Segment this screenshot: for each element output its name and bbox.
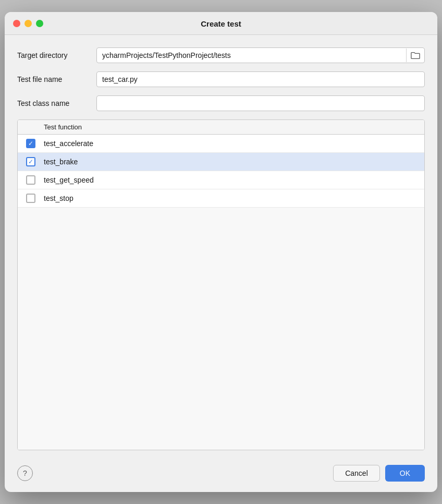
row-label-test-brake: test_brake	[44, 153, 78, 170]
target-directory-label: Target directory	[17, 51, 90, 59]
dialog-footer: ? Cancel OK	[5, 459, 437, 492]
test-file-name-label: Test file name	[17, 75, 90, 83]
test-class-name-label: Test class name	[17, 99, 90, 107]
table-row[interactable]: test_stop	[18, 189, 424, 208]
row-label-test-get-speed: test_get_speed	[44, 172, 94, 188]
test-file-name-row: Test file name	[17, 71, 425, 87]
test-file-name-input-wrapper	[96, 71, 425, 87]
folder-icon	[411, 51, 420, 59]
table-header: Test function	[18, 120, 424, 135]
test-class-name-input-wrapper	[96, 95, 425, 111]
row-checkbox-test-brake[interactable]: ✓	[26, 157, 35, 166]
dialog-title: Create test	[201, 19, 241, 28]
cancel-button[interactable]: Cancel	[333, 465, 380, 482]
help-icon: ?	[23, 469, 27, 477]
test-class-name-input[interactable]	[97, 96, 424, 111]
minimize-button[interactable]	[24, 20, 32, 27]
row-checkbox-test-accelerate[interactable]: ✓	[26, 139, 35, 148]
ok-button[interactable]: OK	[385, 465, 425, 482]
table-row[interactable]: ✓ test_brake	[18, 153, 424, 171]
browse-folder-button[interactable]	[406, 49, 424, 62]
table-empty-area	[18, 208, 424, 450]
table-row[interactable]: test_get_speed	[18, 171, 424, 189]
checkbox-col	[18, 171, 44, 189]
dialog-body: Target directory Test file name Test cla…	[5, 35, 437, 459]
test-functions-table: Test function ✓ test_accelerate ✓ te	[17, 119, 425, 450]
test-file-name-input[interactable]	[97, 72, 424, 87]
maximize-button[interactable]	[36, 20, 43, 27]
help-button[interactable]: ?	[17, 465, 33, 481]
checkbox-col: ✓	[18, 153, 44, 171]
window-controls	[13, 20, 43, 27]
titlebar: Create test	[5, 12, 437, 35]
row-checkbox-test-get-speed[interactable]	[26, 175, 35, 185]
target-directory-input[interactable]	[97, 48, 406, 63]
create-test-dialog: Create test Target directory Test file n…	[5, 12, 437, 492]
footer-actions: Cancel OK	[333, 465, 425, 482]
checkmark-icon: ✓	[28, 140, 33, 147]
row-checkbox-test-stop[interactable]	[26, 194, 35, 203]
checkmark-icon: ✓	[28, 159, 33, 165]
row-label-test-accelerate: test_accelerate	[44, 135, 93, 152]
test-class-name-row: Test class name	[17, 95, 425, 111]
row-label-test-stop: test_stop	[44, 190, 73, 207]
table-header-label: Test function	[44, 123, 82, 131]
target-directory-input-wrapper	[96, 47, 425, 63]
checkbox-col	[18, 189, 44, 207]
checkbox-col: ✓	[18, 135, 44, 152]
target-directory-row: Target directory	[17, 47, 425, 63]
table-row[interactable]: ✓ test_accelerate	[18, 135, 424, 153]
close-button[interactable]	[13, 20, 20, 27]
